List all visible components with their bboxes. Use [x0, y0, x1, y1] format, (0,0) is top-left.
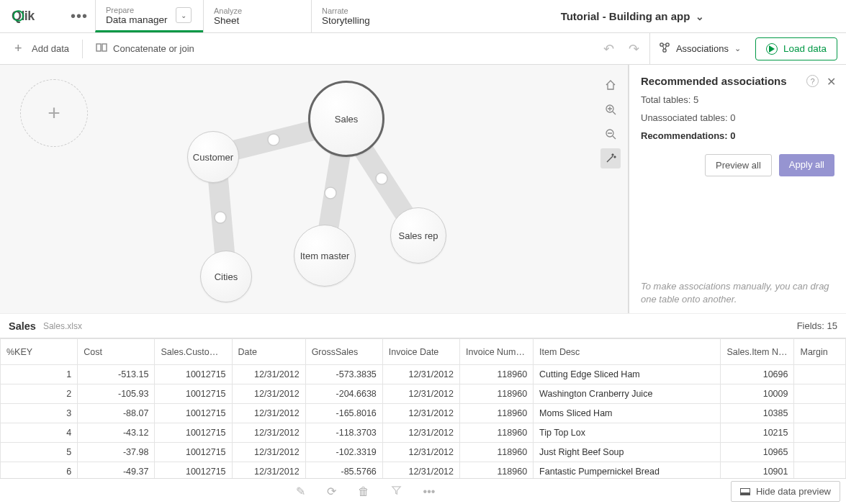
- refresh-icon[interactable]: ⟳: [327, 485, 336, 498]
- load-data-label: Load data: [783, 43, 827, 54]
- canvas-add-table[interactable]: +: [20, 79, 88, 147]
- cell-cost: -88.07: [78, 404, 155, 423]
- cell-cost: -37.98: [78, 443, 155, 462]
- cell-inv: 12/31/2012: [382, 423, 459, 443]
- cell-inv: 12/31/2012: [382, 404, 459, 423]
- col-item[interactable]: Sales.Item N…: [721, 339, 794, 365]
- col-invn[interactable]: Invoice Num…: [460, 339, 534, 365]
- view-switcher-associations[interactable]: Associations ⌄: [649, 33, 750, 64]
- redo-button[interactable]: ↷: [624, 38, 644, 60]
- cell-gross: -118.3703: [305, 423, 382, 443]
- cell-cust: 10012715: [155, 365, 232, 384]
- cell-key: 2: [1, 384, 78, 404]
- nav-analyze[interactable]: Analyze Sheet: [203, 0, 311, 32]
- col-gross[interactable]: GrossSales: [305, 339, 382, 365]
- table-bubble-sales[interactable]: Sales: [308, 81, 384, 157]
- cell-date: 12/31/2012: [232, 365, 305, 384]
- nav-prepare-small: Prepare: [106, 6, 168, 14]
- panel-icon: [740, 488, 750, 495]
- apply-all-button[interactable]: Apply all: [779, 154, 834, 176]
- table-row[interactable]: 5-37.981001271512/31/2012-102.331912/31/…: [1, 443, 846, 462]
- concatenate-label: Concatenate or join: [113, 43, 194, 54]
- qlik-logo: Qlik: [0, 0, 63, 32]
- cell-desc: Moms Sliced Ham: [534, 404, 721, 423]
- app-menu-icon[interactable]: •••: [63, 0, 95, 32]
- nav-narrate[interactable]: Narrate Storytelling: [311, 0, 419, 32]
- edit-icon[interactable]: ✎: [296, 485, 305, 498]
- cell-key: 5: [1, 443, 78, 462]
- col-key[interactable]: %KEY: [1, 339, 78, 365]
- data-preview-grid[interactable]: %KEY Cost Sales.Custo… Date GrossSales I…: [0, 338, 846, 482]
- canvas-home-icon[interactable]: [600, 75, 621, 95]
- preview-all-button[interactable]: Preview all: [705, 154, 772, 176]
- stat-unassociated: Unassociated tables: 0: [641, 112, 834, 123]
- nav-analyze-small: Analyze: [214, 6, 242, 15]
- table-bubble-customer[interactable]: Customer: [187, 131, 239, 183]
- canvas-zoom-out-icon[interactable]: [600, 124, 621, 144]
- undo-button[interactable]: ↶: [599, 38, 618, 60]
- cell-date: 12/31/2012: [232, 384, 305, 404]
- col-date[interactable]: Date: [232, 339, 305, 365]
- close-icon[interactable]: ✕: [827, 75, 836, 89]
- more-icon[interactable]: •••: [423, 485, 436, 498]
- cell-desc: Tip Top Lox: [534, 423, 721, 443]
- delete-icon[interactable]: 🗑: [358, 485, 369, 498]
- canvas-zoom-in-icon[interactable]: [600, 99, 621, 120]
- nav-prepare-big: Data manager: [106, 14, 168, 25]
- cell-inv: 12/31/2012: [382, 443, 459, 462]
- toolbar-separator: [82, 40, 83, 58]
- cell-gross: -573.3835: [305, 365, 382, 384]
- cell-cost: -105.93: [78, 384, 155, 404]
- recommendations-panel: ? ✕ Recommended associations Total table…: [629, 65, 846, 313]
- filter-icon[interactable]: [391, 485, 402, 498]
- cell-gross: -204.6638: [305, 384, 382, 404]
- cell-desc: Just Right Beef Soup: [534, 443, 721, 462]
- cell-key: 1: [1, 365, 78, 384]
- svg-point-7: [268, 134, 279, 145]
- help-icon[interactable]: ?: [806, 75, 819, 87]
- nav-prepare-dropdown[interactable]: ⌄: [176, 7, 192, 23]
- cell-margin: [794, 365, 846, 384]
- table-row[interactable]: 1-513.151001271512/31/2012-573.383512/31…: [1, 365, 846, 384]
- concatenate-icon: [96, 42, 107, 55]
- col-cust[interactable]: Sales.Custo…: [155, 339, 232, 365]
- hide-data-preview-button[interactable]: Hide data preview: [731, 481, 840, 502]
- view-switcher-label: Associations: [676, 43, 729, 54]
- table-bubble-cities[interactable]: Cities: [200, 251, 252, 302]
- cell-margin: [794, 384, 846, 404]
- concatenate-button[interactable]: Concatenate or join: [90, 37, 200, 60]
- load-data-button[interactable]: Load data: [755, 37, 837, 60]
- cell-inv: 12/31/2012: [382, 384, 459, 404]
- nav-prepare[interactable]: Prepare Data manager ⌄: [95, 0, 203, 32]
- svg-point-8: [325, 187, 336, 199]
- table-row[interactable]: 3-88.071001271512/31/2012-165.801612/31/…: [1, 404, 846, 423]
- cell-item: 10009: [721, 384, 794, 404]
- cell-cust: 10012715: [155, 423, 232, 443]
- cell-invn: 118960: [460, 384, 534, 404]
- chevron-down-icon: ⌄: [696, 11, 704, 22]
- hide-data-preview-label: Hide data preview: [756, 486, 831, 497]
- panel-hint: To make associations manually, you can d…: [641, 280, 834, 306]
- col-cost[interactable]: Cost: [78, 339, 155, 365]
- cell-desc: Washington Cranberry Juice: [534, 384, 721, 404]
- cell-invn: 118960: [460, 423, 534, 443]
- cell-cust: 10012715: [155, 404, 232, 423]
- cell-desc: Cutting Edge Sliced Ham: [534, 365, 721, 384]
- table-bubble-sales-rep[interactable]: Sales rep: [390, 207, 446, 264]
- add-data-button[interactable]: + Add data: [9, 39, 75, 59]
- col-margin[interactable]: Margin: [794, 339, 846, 365]
- panel-title: Recommended associations: [641, 75, 834, 87]
- table-bubble-item-master[interactable]: Item master: [294, 225, 356, 287]
- table-row[interactable]: 2-105.931001271512/31/2012-204.663812/31…: [1, 384, 846, 404]
- table-row[interactable]: 4-43.121001271512/31/2012-118.370312/31/…: [1, 423, 846, 443]
- canvas-magic-wand-icon[interactable]: [600, 148, 621, 168]
- associations-canvas[interactable]: + Sales Customer Cities Item master Sale…: [0, 65, 629, 313]
- col-inv[interactable]: Invoice Date: [382, 339, 459, 365]
- table-header-row: %KEY Cost Sales.Custo… Date GrossSales I…: [1, 339, 846, 365]
- col-desc[interactable]: Item Desc: [534, 339, 721, 365]
- cell-key: 4: [1, 423, 78, 443]
- app-title[interactable]: Tutorial - Building an app ⌄: [419, 0, 846, 32]
- nav-narrate-big: Storytelling: [322, 15, 370, 26]
- cell-item: 10215: [721, 423, 794, 443]
- nav-analyze-big: Sheet: [214, 15, 242, 26]
